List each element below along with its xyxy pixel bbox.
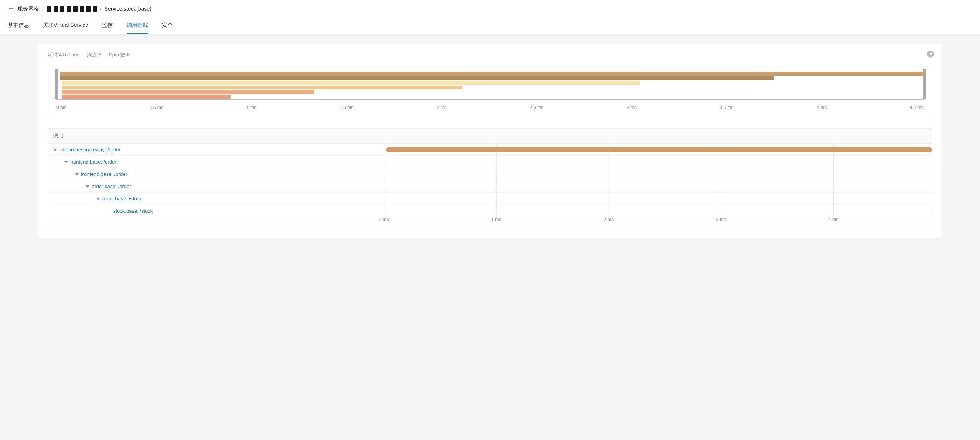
trace-summary: 耗时:4.878 ms 深度:6 Span数:6	[48, 51, 932, 58]
axis-tick-label: 2.5 ms	[530, 105, 543, 110]
overview-span-bar	[62, 95, 231, 99]
axis-tick-label: 0.5 ms	[150, 105, 163, 110]
summary-spancount: Span数:6	[109, 51, 130, 58]
axis-tick-label: 1 ms	[491, 217, 501, 222]
span-label-text[interactable]: order.base: /order	[92, 184, 131, 189]
axis-tick-label: 0 ms	[56, 105, 66, 110]
tab-2[interactable]: 监控	[102, 17, 113, 34]
collapse-toggle-icon[interactable]	[75, 173, 79, 175]
tab-1[interactable]: 关联Virtual Service	[43, 17, 88, 34]
axis-tick-label: 0 ms	[379, 217, 389, 222]
breadcrumb-redacted	[47, 6, 97, 12]
breadcrumb: 服务网格 / / Service:stock(base)	[18, 5, 152, 12]
axis-tick-label: 2 ms	[437, 105, 447, 110]
axis-tick-label: 3 ms	[627, 105, 637, 110]
span-label-text[interactable]: order.base: /stock	[102, 196, 142, 202]
breadcrumb-root[interactable]: 服务网格	[18, 5, 39, 12]
collapse-toggle-icon[interactable]	[64, 161, 68, 163]
overview-x-axis: 0 ms0.5 ms1 ms1.5 ms2 ms2.5 ms3 ms3.5 ms…	[56, 105, 924, 110]
span-row[interactable]: stock.base: /stock	[48, 205, 932, 217]
axis-tick-label: 4.5 ms	[910, 105, 924, 110]
axis-tick-label: 1 ms	[246, 105, 256, 110]
call-section-header: 调用	[48, 128, 932, 144]
overview-span-bar	[62, 86, 462, 89]
summary-duration: 耗时:4.878 ms	[48, 51, 79, 58]
span-row[interactable]: istio-ingressgateway: /order	[48, 144, 932, 156]
call-table: istio-ingressgateway: /orderfrontend.bas…	[48, 144, 932, 229]
span-label-text[interactable]: frontend.base: /order	[70, 159, 117, 165]
collapse-toggle-icon[interactable]	[96, 198, 100, 200]
overview-bars[interactable]	[56, 70, 924, 100]
overview-span-bar	[62, 81, 640, 85]
axis-tick-label: 4 ms	[828, 217, 838, 222]
span-label-text[interactable]: frontend.base: /order	[81, 171, 127, 177]
span-row[interactable]: order.base: /stock	[48, 193, 932, 205]
span-row[interactable]: frontend.base: /order	[48, 168, 932, 180]
overview-chart: 0 ms0.5 ms1 ms1.5 ms2 ms2.5 ms3 ms3.5 ms…	[48, 65, 932, 114]
axis-tick-label: 2 ms	[604, 217, 614, 222]
close-icon[interactable]: ✕	[927, 51, 934, 58]
back-arrow-icon[interactable]: ←	[8, 5, 15, 13]
axis-tick-label: 1.5 ms	[340, 105, 353, 110]
tab-bar: 基本信息关联Virtual Service监控调用追踪安全	[0, 17, 980, 35]
detail-x-axis: .0 ms1 ms2 ms3 ms4 ms	[48, 217, 932, 229]
axis-tick-label: 4 ms	[817, 105, 827, 110]
range-handle-left[interactable]	[55, 69, 58, 99]
page-header: ← 服务网格 / / Service:stock(base)	[0, 0, 980, 17]
overview-span-bar	[60, 76, 773, 80]
breadcrumb-separator: /	[42, 6, 44, 12]
tab-3[interactable]: 调用追踪	[127, 17, 148, 34]
breadcrumb-current: Service:stock(base)	[104, 6, 152, 12]
trace-card: ✕ 耗时:4.878 ms 深度:6 Span数:6 0 ms0.5 ms1 m…	[38, 44, 942, 238]
collapse-toggle-icon[interactable]	[53, 149, 57, 151]
breadcrumb-separator: /	[100, 6, 101, 12]
tab-0[interactable]: 基本信息	[8, 17, 29, 34]
summary-depth: 深度:6	[87, 51, 101, 58]
overview-span-bar	[62, 90, 314, 94]
span-label-text[interactable]: stock.base: /stock	[113, 208, 153, 214]
axis-tick-label: 3.5 ms	[720, 105, 734, 110]
tab-4[interactable]: 安全	[162, 17, 173, 34]
span-row[interactable]: order.base: /order	[48, 180, 932, 193]
overview-span-bar	[60, 72, 924, 76]
span-label-text[interactable]: istio-ingressgateway: /order	[59, 147, 120, 152]
span-row[interactable]: frontend.base: /order	[48, 156, 932, 168]
axis-tick-label: 3 ms	[716, 217, 726, 222]
collapse-toggle-icon[interactable]	[86, 185, 89, 188]
span-duration-bar	[386, 147, 932, 152]
